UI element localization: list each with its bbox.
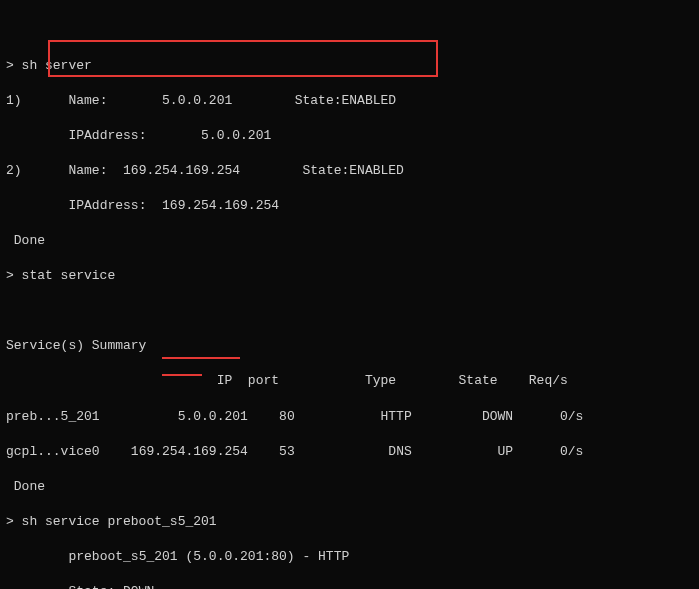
server-1-state-label: State: xyxy=(295,93,342,108)
svc1-name: preb...5_201 xyxy=(6,409,100,424)
highlight-underline-server-name xyxy=(162,357,240,359)
service-row-2: gcpl...vice0 169.254.169.254 53 DNS UP 0… xyxy=(6,443,693,461)
detail-l1: preboot_s5_201 (5.0.0.201:80) - HTTP xyxy=(6,548,693,566)
server-1-row: 1) Name: 5.0.0.201 State:ENABLED xyxy=(6,92,693,110)
svc1-port: 80 xyxy=(279,409,295,424)
server-1-name: 5.0.0.201 xyxy=(162,93,232,108)
service-row-1: preb...5_201 5.0.0.201 80 HTTP DOWN 0/s xyxy=(6,408,693,426)
cmd-stat-service: > stat service xyxy=(6,267,693,285)
server-1-state: ENABLED xyxy=(342,93,397,108)
svc2-name: gcpl...vice0 xyxy=(6,444,100,459)
hdr-state: State xyxy=(459,373,498,388)
svc2-ip: 169.254.169.254 xyxy=(131,444,248,459)
server-1-ip-row: IPAddress: 5.0.0.201 xyxy=(6,127,693,145)
svc1-state: DOWN xyxy=(482,409,513,424)
service-summary-title: Service(s) Summary xyxy=(6,337,693,355)
hdr-port: port xyxy=(248,373,279,388)
svc1-reqs: 0/s xyxy=(560,409,583,424)
detail-l1-text: preboot_s5_201 (5.0.0.201:80) - HTTP xyxy=(68,549,349,564)
server-1-ip: 5.0.0.201 xyxy=(201,128,271,143)
done-2: Done xyxy=(6,478,693,496)
server-2-idx: 2) xyxy=(6,163,22,178)
svc2-reqs: 0/s xyxy=(560,444,583,459)
detail-l2: State: DOWN xyxy=(6,583,693,589)
svc1-type: HTTP xyxy=(381,409,412,424)
cmd-sh-server: > sh server xyxy=(6,57,693,75)
server-1-ip-label: IPAddress: xyxy=(68,128,146,143)
server-1-name-label: Name: xyxy=(68,93,107,108)
terminal-output[interactable]: { "cmd1": "> sh server", "server1": { "i… xyxy=(6,22,693,589)
cmd-sh-service: > sh service preboot_s5_201 xyxy=(6,513,693,531)
svc1-ip: 5.0.0.201 xyxy=(178,409,248,424)
done-1: Done xyxy=(6,232,693,250)
server-2-name: 169.254.169.254 xyxy=(123,163,240,178)
server-1-idx: 1) xyxy=(6,93,22,108)
detail-l2-text: State: DOWN xyxy=(68,584,154,589)
server-2-row: 2) Name: 169.254.169.254 State:ENABLED xyxy=(6,162,693,180)
server-2-ip: 169.254.169.254 xyxy=(162,198,279,213)
server-2-ip-label: IPAddress: xyxy=(68,198,146,213)
hdr-ip: IP xyxy=(217,373,233,388)
svc2-state: UP xyxy=(498,444,514,459)
hdr-type: Type xyxy=(365,373,396,388)
svc2-type: DNS xyxy=(388,444,411,459)
server-2-state: ENABLED xyxy=(349,163,404,178)
server-2-state-label: State: xyxy=(303,163,350,178)
svc2-port: 53 xyxy=(279,444,295,459)
server-2-name-label: Name: xyxy=(68,163,107,178)
service-header-row: IP port Type State Req/s xyxy=(6,372,693,390)
hdr-reqs: Req/s xyxy=(529,373,568,388)
server-2-ip-row: IPAddress: 169.254.169.254 xyxy=(6,197,693,215)
